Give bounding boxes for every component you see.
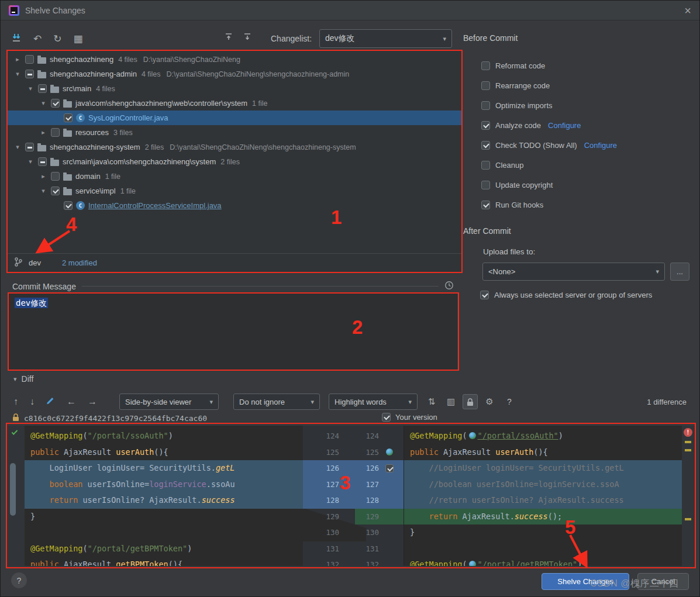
next-difference-icon[interactable]: → (88, 396, 97, 407)
tree-row[interactable]: ▸shengchaozhineng4 filesD:\yantai\ShengC… (8, 52, 461, 67)
option-checkbox[interactable] (481, 81, 490, 90)
shelve-silently-icon[interactable] (11, 33, 22, 45)
tree-checkbox[interactable] (25, 55, 34, 64)
rollback-icon[interactable]: ↶ (33, 34, 42, 44)
help-button[interactable]: ? (11, 572, 27, 588)
diff-help-icon[interactable]: ? (507, 397, 512, 406)
before-commit-item[interactable]: Optimize imports (481, 95, 697, 115)
option-checkbox[interactable] (481, 161, 490, 170)
previous-difference-icon[interactable]: ← (67, 396, 76, 407)
changelist-dropdown[interactable]: dev修改 ▾ (319, 29, 452, 48)
tree-checkbox[interactable] (51, 128, 60, 137)
chevron-down-icon[interactable]: ▾ (13, 70, 22, 78)
next-change-icon[interactable]: ↓ (30, 396, 35, 407)
tree-checkbox[interactable] (25, 70, 34, 78)
warning-mark-icon[interactable] (685, 518, 691, 520)
option-checkbox[interactable] (481, 121, 490, 130)
file-tree[interactable]: ▸shengchaozhineng4 filesD:\yantai\ShengC… (8, 52, 461, 213)
modified-count[interactable]: 2 modified (62, 258, 97, 267)
tree-checkbox[interactable] (25, 143, 34, 151)
tree-row[interactable]: ▾service\impl1 file (8, 184, 461, 198)
tree-checkbox[interactable] (51, 172, 60, 181)
ignore-policy-value: Do not ignore (239, 398, 285, 406)
configure-link[interactable]: Configure (584, 141, 617, 150)
always-use-server-checkbox[interactable] (480, 291, 489, 299)
settings-gear-icon[interactable]: ⚙ (482, 394, 497, 409)
branch-name[interactable]: dev (29, 258, 41, 267)
chevron-down-icon[interactable]: ▾ (26, 158, 35, 165)
diff-left-pane[interactable]: @GetMapping("/portal/ssoAuth")public Aja… (25, 426, 303, 566)
previous-change-icon[interactable]: ↑ (13, 396, 18, 407)
tree-checkbox[interactable] (64, 113, 73, 122)
commit-history-icon[interactable] (444, 281, 454, 292)
refresh-icon[interactable]: ↻ (53, 34, 61, 44)
diff-right-pane[interactable]: @GetMapping("/portal/ssoAuth")public Aja… (404, 426, 682, 566)
error-stripe[interactable]: ! (682, 426, 695, 566)
option-checkbox[interactable] (481, 101, 490, 110)
file-count: 2 files (220, 158, 240, 166)
server-dropdown[interactable]: <None> ▾ (482, 263, 665, 281)
chevron-down-icon[interactable]: ▾ (39, 187, 47, 195)
java-class-icon: C (76, 201, 85, 210)
edit-source-icon[interactable] (46, 396, 55, 407)
group-by-icon[interactable]: ▦ (74, 34, 83, 44)
expand-all-icon[interactable] (243, 32, 252, 43)
option-checkbox[interactable] (481, 141, 490, 150)
option-checkbox[interactable] (481, 181, 490, 189)
before-commit-item[interactable]: Run Git hooks (481, 195, 697, 215)
viewer-mode-dropdown[interactable]: Side-by-side viewer ▾ (119, 394, 219, 410)
tree-row[interactable]: ▾src\main4 files (8, 81, 461, 96)
chevron-down-icon[interactable]: ▾ (13, 143, 22, 151)
folder-icon (50, 160, 59, 166)
left-line-number: 124 (303, 432, 339, 440)
tree-row[interactable]: CSysLoginController.java (8, 111, 461, 125)
error-badge-icon[interactable]: ! (684, 428, 692, 437)
warning-mark-icon[interactable] (685, 441, 691, 443)
close-icon[interactable]: × (684, 5, 691, 16)
before-commit-item[interactable]: Rearrange code (481, 75, 697, 95)
tree-checkbox[interactable] (51, 187, 60, 195)
commit-message-input[interactable]: dev修改 (9, 294, 457, 370)
warning-mark-icon[interactable] (685, 449, 691, 451)
tree-checkbox[interactable] (64, 201, 73, 210)
diff-section-header[interactable]: ▾ Diff (13, 374, 33, 384)
tree-row[interactable]: ▸resources3 files (8, 125, 461, 140)
your-version-row: Your version (382, 413, 437, 422)
tree-row[interactable]: ▾shengchaozhineng-system2 filesD:\yantai… (8, 140, 461, 154)
chevron-down-icon[interactable]: ▾ (39, 99, 47, 107)
right-line-number: 124 (346, 432, 379, 440)
tree-row[interactable]: CInternalControlProcessServiceImpl.java (8, 198, 461, 213)
tree-checkbox[interactable] (51, 99, 60, 108)
before-commit-item[interactable]: Check TODO (Show All)Configure (481, 135, 697, 155)
file-count: 4 files (142, 70, 161, 78)
collapse-unchanged-icon[interactable]: ⇅ (424, 394, 439, 409)
tree-row[interactable]: ▾shengchaozhineng-admin4 filesD:\yantai\… (8, 67, 461, 81)
chevron-right-icon[interactable]: ▸ (39, 172, 47, 180)
line-number-row: 128128 (303, 492, 404, 509)
configure-link[interactable]: Configure (548, 121, 581, 130)
git-branch-icon (13, 257, 23, 269)
disable-editing-lock-icon[interactable] (463, 394, 478, 409)
before-commit-item[interactable]: Reformat code (481, 56, 697, 75)
browse-button[interactable]: ... (670, 263, 689, 281)
synchronize-panes-icon[interactable]: ▥ (443, 394, 458, 409)
left-line-number: 130 (303, 528, 339, 537)
option-checkbox[interactable] (481, 61, 490, 70)
chevron-right-icon[interactable]: ▸ (39, 129, 47, 136)
tree-row[interactable]: ▾java\com\shengchaozhineng\web\controlle… (8, 96, 461, 111)
your-version-checkbox[interactable] (382, 413, 391, 422)
before-commit-item[interactable]: Analyze codeConfigure (481, 115, 697, 135)
collapse-all-icon[interactable] (224, 32, 233, 43)
chevron-right-icon[interactable]: ▸ (13, 56, 22, 63)
before-commit-item[interactable]: Cleanup (481, 155, 697, 175)
ignore-policy-dropdown[interactable]: Do not ignore ▾ (233, 394, 320, 410)
line-checkbox[interactable] (385, 464, 394, 472)
option-checkbox[interactable] (481, 201, 490, 209)
tree-row[interactable]: ▾src\main\java\com\shengchaozhineng\syst… (8, 154, 461, 169)
tree-row[interactable]: ▸domain1 file (8, 169, 461, 184)
tree-checkbox[interactable] (38, 84, 47, 93)
tree-checkbox[interactable] (38, 157, 47, 166)
before-commit-item[interactable]: Update copyright (481, 175, 697, 195)
chevron-down-icon[interactable]: ▾ (26, 85, 35, 92)
highlight-mode-dropdown[interactable]: Highlight words ▾ (329, 394, 418, 410)
